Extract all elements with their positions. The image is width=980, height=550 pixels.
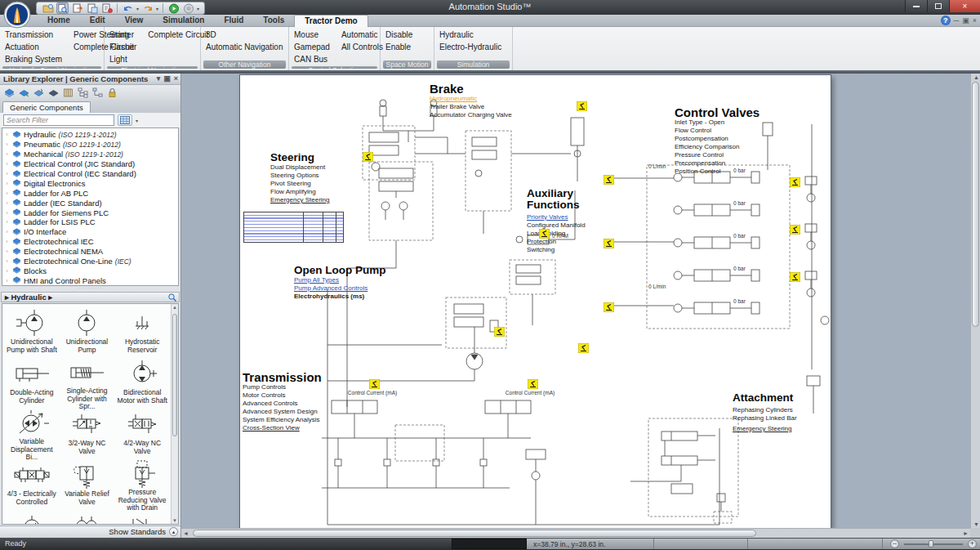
horizontal-scrollbar[interactable]: ◄ ► [181, 528, 970, 538]
zoom-slider[interactable] [904, 543, 963, 545]
expander-icon[interactable]: › [6, 160, 10, 168]
palette-item[interactable]: Bidirectional Motor with Shaft [114, 358, 170, 409]
show-standards-toggle-icon[interactable]: ▴ [169, 527, 178, 536]
palette-item[interactable]: 3/2-Way NC Valve [60, 409, 115, 459]
ribbon-button[interactable]: Transmission [3, 29, 64, 41]
control-input-icon[interactable] [494, 325, 505, 335]
zoom-in-button[interactable]: + [968, 539, 977, 548]
save-icon[interactable] [86, 2, 98, 14]
expander-icon[interactable]: › [6, 131, 10, 138]
control-input-icon[interactable] [577, 100, 587, 110]
ribbon-button[interactable]: Gamepad [292, 41, 332, 53]
tree-item[interactable]: › Mechanical (ISO 1219-1-2012) [2, 150, 178, 159]
tree-item[interactable]: › Digital Electronics [2, 178, 178, 188]
tab-home[interactable]: Home [38, 15, 80, 27]
expander-icon[interactable]: › [6, 180, 10, 187]
expander-icon[interactable]: › [6, 150, 10, 158]
palette-item[interactable] [114, 510, 170, 525]
mdi-close-icon[interactable]: × [973, 16, 977, 25]
tree-item[interactable]: › Ladder for Siemens PLC [2, 208, 178, 217]
ribbon-button[interactable]: 3D [204, 29, 285, 41]
section-link[interactable]: Pump All Types [294, 276, 386, 284]
schematic-page[interactable]: Brake Hydropneumatic Trailer Brake Valve… [239, 74, 831, 529]
tab-generic-components[interactable]: Generic Components [2, 101, 91, 113]
scroll-right-icon[interactable]: ► [963, 530, 969, 536]
redo-dropdown-icon[interactable]: ▾ [156, 6, 158, 11]
control-input-icon[interactable] [539, 227, 550, 237]
section-link[interactable]: Cross-Section View [243, 424, 322, 432]
undo-dropdown-icon[interactable]: ▾ [136, 6, 139, 11]
report-icon[interactable] [100, 2, 113, 14]
zoom-out-button[interactable]: − [890, 539, 899, 548]
view-options-button[interactable] [118, 114, 132, 126]
section-link[interactable]: Hydropneumatic [430, 95, 512, 103]
ribbon-button[interactable]: Hydraulic [438, 29, 503, 41]
lock-icon[interactable] [106, 87, 118, 98]
tree-item[interactable]: › Electrotechnical IEC [2, 237, 178, 247]
scroll-up-icon[interactable]: ▲ [973, 74, 979, 80]
help-icon[interactable]: ? [941, 16, 951, 25]
ribbon-button[interactable]: Electro-Hydraulic [438, 41, 503, 53]
ribbon-button[interactable]: Flasher [108, 41, 138, 53]
ribbon-button[interactable]: Braking System [3, 53, 64, 65]
expander-icon[interactable]: › [6, 199, 10, 207]
search-input[interactable] [3, 114, 114, 126]
breadcrumb[interactable]: ▸ Hydraulic ▸ [1, 292, 180, 302]
section-link[interactable]: Pump Advanced Controls [294, 284, 386, 293]
scroll-up-icon[interactable]: ▲ [172, 305, 178, 310]
tree-item[interactable]: › Ladder for AB PLC [2, 188, 178, 198]
control-input-icon[interactable] [528, 378, 538, 387]
tree-item[interactable]: › Ladder for LSIS PLC [2, 217, 178, 227]
tree-item[interactable]: › Electrotechnical NEMA [2, 247, 178, 257]
ribbon-button[interactable]: CAN Bus [292, 53, 332, 65]
palette-item[interactable]: Pressure Reducing Valve with Drain [114, 459, 170, 510]
ribbon-button[interactable]: Mouse [292, 29, 332, 41]
palette-item[interactable] [4, 510, 60, 525]
minimize-button[interactable] [905, 0, 927, 12]
diagram-workspace[interactable]: Brake Hydropneumatic Trailer Brake Valve… [181, 74, 980, 538]
ribbon-button[interactable]: Automatic Navigation [204, 41, 285, 53]
favorites-library-icon[interactable] [18, 87, 29, 98]
scroll-down-icon[interactable]: ▼ [172, 518, 178, 523]
palette-item[interactable]: Single-Acting Cylinder with Spr... [60, 358, 115, 409]
close-button[interactable]: × [949, 0, 980, 12]
scroll-thumb[interactable] [972, 82, 979, 327]
section-link[interactable]: Priority Valves [527, 213, 602, 221]
catalog-icon[interactable] [62, 87, 74, 98]
view-options-dropdown-icon[interactable]: ▾ [136, 118, 138, 123]
maximize-button[interactable] [927, 0, 949, 12]
ribbon-button[interactable]: Disable [384, 29, 414, 41]
palette-item[interactable]: Variable Relief Valve [60, 459, 115, 510]
panel-pin-icon[interactable]: ▣ [163, 74, 171, 83]
expander-icon[interactable]: › [6, 238, 10, 245]
tree-item[interactable]: › Electrical Control (IEC Standard) [2, 169, 178, 179]
control-input-icon[interactable] [604, 237, 614, 247]
expander-icon[interactable]: › [6, 190, 10, 197]
ribbon-button[interactable]: Light [108, 53, 138, 65]
tree-item[interactable]: › Electrotechnical One-Line (IEC) [2, 257, 178, 266]
scroll-left-icon[interactable]: ◄ [183, 530, 189, 536]
panel-close-icon[interactable]: × [174, 74, 178, 83]
control-input-icon[interactable] [369, 378, 380, 387]
archive-library-icon[interactable] [47, 87, 59, 98]
palette-item[interactable]: Variable Displacement Bi... [4, 409, 60, 459]
expander-icon[interactable]: › [6, 257, 10, 265]
ribbon-button[interactable]: All Controls [340, 41, 385, 53]
control-input-icon[interactable] [790, 176, 800, 186]
import-icon[interactable] [71, 2, 83, 14]
tab-fluid[interactable]: Fluid [214, 15, 253, 27]
section-link[interactable]: Emergency Steering [733, 425, 797, 433]
expand-tree-icon[interactable] [77, 87, 88, 98]
ribbon-button[interactable]: Actuation [3, 41, 64, 53]
palette-item[interactable]: Hydrostatic Reservoir [114, 307, 170, 358]
zoom-slider-thumb[interactable] [929, 540, 933, 548]
tab-simulation[interactable]: Simulation [153, 15, 214, 27]
section-link[interactable]: Emergency Steering [270, 196, 329, 204]
palette-item[interactable]: Unidirectional Pump with Shaft [4, 307, 60, 358]
palette-item[interactable]: 4/3 - Electrically Controlled [4, 459, 60, 510]
open-project-icon[interactable] [42, 2, 54, 14]
tree-item[interactable]: › Blocks [2, 266, 178, 275]
scroll-thumb[interactable] [193, 530, 756, 537]
ribbon-button[interactable]: Starter [108, 29, 138, 41]
panel-header[interactable]: Library Explorer | Generic Components ▾ … [0, 74, 180, 85]
